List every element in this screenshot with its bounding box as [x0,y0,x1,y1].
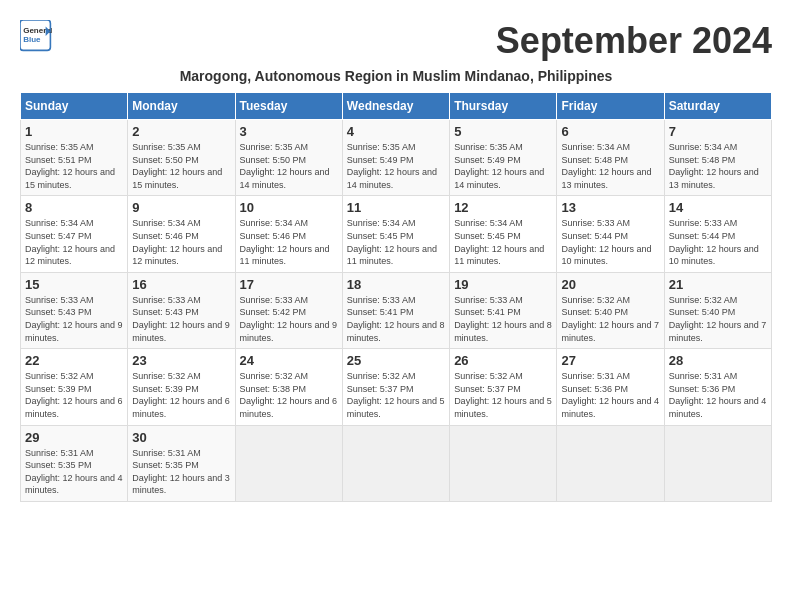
sunrise-time: Sunrise: 5:33 AM [347,295,416,305]
sunset-time: Sunset: 5:43 PM [132,307,199,317]
sunset-time: Sunset: 5:49 PM [454,155,521,165]
day-number: 14 [669,200,767,215]
daylight-hours: Daylight: 12 hours and 5 minutes. [454,396,552,419]
day-info: Sunrise: 5:35 AM Sunset: 5:50 PM Dayligh… [240,141,338,191]
calendar-cell: 1 Sunrise: 5:35 AM Sunset: 5:51 PM Dayli… [21,120,128,196]
sunset-time: Sunset: 5:47 PM [25,231,92,241]
sunrise-time: Sunrise: 5:32 AM [561,295,630,305]
sunrise-time: Sunrise: 5:32 AM [669,295,738,305]
day-number: 19 [454,277,552,292]
sunset-time: Sunset: 5:51 PM [25,155,92,165]
sunrise-time: Sunrise: 5:31 AM [132,448,201,458]
daylight-hours: Daylight: 12 hours and 7 minutes. [669,320,767,343]
day-number: 7 [669,124,767,139]
day-number: 17 [240,277,338,292]
sunrise-time: Sunrise: 5:34 AM [132,218,201,228]
calendar-week-row: 15 Sunrise: 5:33 AM Sunset: 5:43 PM Dayl… [21,272,772,348]
sunrise-time: Sunrise: 5:32 AM [347,371,416,381]
sunset-time: Sunset: 5:36 PM [561,384,628,394]
daylight-hours: Daylight: 12 hours and 14 minutes. [454,167,544,190]
daylight-hours: Daylight: 12 hours and 8 minutes. [454,320,552,343]
calendar-cell: 23 Sunrise: 5:32 AM Sunset: 5:39 PM Dayl… [128,349,235,425]
day-number: 9 [132,200,230,215]
daylight-hours: Daylight: 12 hours and 12 minutes. [25,244,115,267]
day-info: Sunrise: 5:33 AM Sunset: 5:42 PM Dayligh… [240,294,338,344]
day-info: Sunrise: 5:32 AM Sunset: 5:40 PM Dayligh… [669,294,767,344]
day-info: Sunrise: 5:35 AM Sunset: 5:49 PM Dayligh… [347,141,445,191]
daylight-hours: Daylight: 12 hours and 4 minutes. [669,396,767,419]
day-number: 8 [25,200,123,215]
daylight-hours: Daylight: 12 hours and 9 minutes. [25,320,123,343]
sunrise-time: Sunrise: 5:33 AM [25,295,94,305]
sunset-time: Sunset: 5:39 PM [25,384,92,394]
calendar-cell: 24 Sunrise: 5:32 AM Sunset: 5:38 PM Dayl… [235,349,342,425]
sunset-time: Sunset: 5:46 PM [132,231,199,241]
sunrise-time: Sunrise: 5:33 AM [240,295,309,305]
sunrise-time: Sunrise: 5:35 AM [240,142,309,152]
day-number: 22 [25,353,123,368]
sunset-time: Sunset: 5:37 PM [454,384,521,394]
daylight-hours: Daylight: 12 hours and 13 minutes. [561,167,651,190]
sunrise-time: Sunrise: 5:31 AM [561,371,630,381]
sunrise-time: Sunrise: 5:33 AM [132,295,201,305]
sunset-time: Sunset: 5:43 PM [25,307,92,317]
day-number: 12 [454,200,552,215]
calendar-table: Sunday Monday Tuesday Wednesday Thursday… [20,92,772,502]
sunset-time: Sunset: 5:41 PM [454,307,521,317]
day-number: 13 [561,200,659,215]
day-number: 11 [347,200,445,215]
sunrise-time: Sunrise: 5:35 AM [25,142,94,152]
sunset-time: Sunset: 5:38 PM [240,384,307,394]
month-title: September 2024 [496,20,772,62]
sunrise-time: Sunrise: 5:35 AM [132,142,201,152]
calendar-cell [557,425,664,501]
sunset-time: Sunset: 5:35 PM [25,460,92,470]
day-number: 16 [132,277,230,292]
calendar-cell: 27 Sunrise: 5:31 AM Sunset: 5:36 PM Dayl… [557,349,664,425]
sunrise-time: Sunrise: 5:35 AM [347,142,416,152]
sunset-time: Sunset: 5:41 PM [347,307,414,317]
calendar-cell: 5 Sunrise: 5:35 AM Sunset: 5:49 PM Dayli… [450,120,557,196]
daylight-hours: Daylight: 12 hours and 5 minutes. [347,396,445,419]
sunset-time: Sunset: 5:42 PM [240,307,307,317]
day-number: 24 [240,353,338,368]
logo-icon: General Blue [20,20,52,52]
calendar-cell: 19 Sunrise: 5:33 AM Sunset: 5:41 PM Dayl… [450,272,557,348]
daylight-hours: Daylight: 12 hours and 11 minutes. [240,244,330,267]
calendar-cell: 13 Sunrise: 5:33 AM Sunset: 5:44 PM Dayl… [557,196,664,272]
daylight-hours: Daylight: 12 hours and 11 minutes. [454,244,544,267]
day-info: Sunrise: 5:33 AM Sunset: 5:44 PM Dayligh… [669,217,767,267]
calendar-week-row: 1 Sunrise: 5:35 AM Sunset: 5:51 PM Dayli… [21,120,772,196]
calendar-cell [664,425,771,501]
daylight-hours: Daylight: 12 hours and 9 minutes. [132,320,230,343]
sunrise-time: Sunrise: 5:34 AM [669,142,738,152]
day-number: 20 [561,277,659,292]
sunset-time: Sunset: 5:37 PM [347,384,414,394]
sunrise-time: Sunrise: 5:34 AM [347,218,416,228]
daylight-hours: Daylight: 12 hours and 10 minutes. [561,244,651,267]
calendar-cell: 21 Sunrise: 5:32 AM Sunset: 5:40 PM Dayl… [664,272,771,348]
daylight-hours: Daylight: 12 hours and 15 minutes. [25,167,115,190]
day-info: Sunrise: 5:34 AM Sunset: 5:45 PM Dayligh… [347,217,445,267]
day-info: Sunrise: 5:34 AM Sunset: 5:48 PM Dayligh… [669,141,767,191]
calendar-cell: 14 Sunrise: 5:33 AM Sunset: 5:44 PM Dayl… [664,196,771,272]
sunrise-time: Sunrise: 5:34 AM [240,218,309,228]
calendar-week-row: 8 Sunrise: 5:34 AM Sunset: 5:47 PM Dayli… [21,196,772,272]
sunset-time: Sunset: 5:50 PM [132,155,199,165]
sunset-time: Sunset: 5:46 PM [240,231,307,241]
calendar-cell: 7 Sunrise: 5:34 AM Sunset: 5:48 PM Dayli… [664,120,771,196]
calendar-cell: 11 Sunrise: 5:34 AM Sunset: 5:45 PM Dayl… [342,196,449,272]
day-info: Sunrise: 5:34 AM Sunset: 5:46 PM Dayligh… [132,217,230,267]
daylight-hours: Daylight: 12 hours and 9 minutes. [240,320,338,343]
day-info: Sunrise: 5:33 AM Sunset: 5:43 PM Dayligh… [25,294,123,344]
day-info: Sunrise: 5:32 AM Sunset: 5:37 PM Dayligh… [454,370,552,420]
day-info: Sunrise: 5:33 AM Sunset: 5:43 PM Dayligh… [132,294,230,344]
logo: General Blue [20,20,52,52]
calendar-cell: 6 Sunrise: 5:34 AM Sunset: 5:48 PM Dayli… [557,120,664,196]
calendar-cell: 28 Sunrise: 5:31 AM Sunset: 5:36 PM Dayl… [664,349,771,425]
day-number: 4 [347,124,445,139]
daylight-hours: Daylight: 12 hours and 6 minutes. [25,396,123,419]
day-number: 15 [25,277,123,292]
day-info: Sunrise: 5:34 AM Sunset: 5:46 PM Dayligh… [240,217,338,267]
day-info: Sunrise: 5:34 AM Sunset: 5:48 PM Dayligh… [561,141,659,191]
